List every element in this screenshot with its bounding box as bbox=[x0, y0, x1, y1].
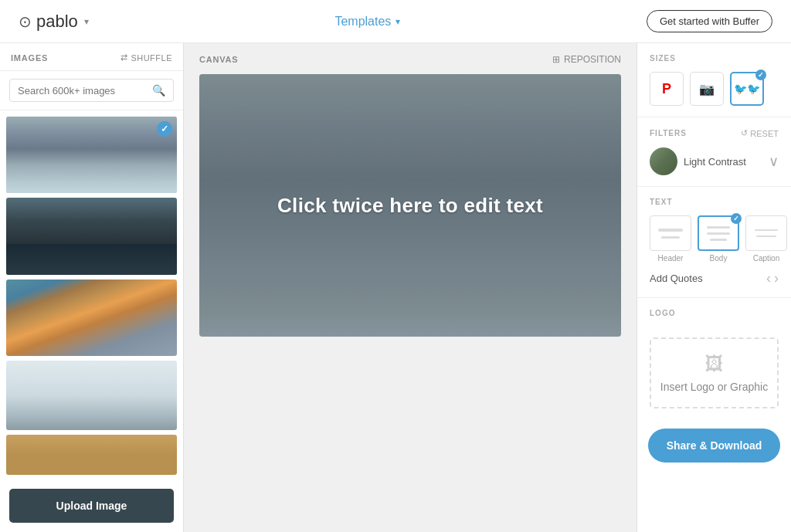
instagram-icon: 📷 bbox=[699, 82, 715, 97]
search-icon: 🔍 bbox=[152, 84, 165, 97]
filter-caret-icon[interactable]: ∨ bbox=[769, 153, 779, 170]
templates-caret-icon: ▾ bbox=[396, 16, 400, 27]
search-input[interactable] bbox=[18, 85, 152, 97]
filters-section: FILTERS ↺ RESET Light Contrast ∨ bbox=[637, 117, 791, 187]
selected-check: ✓ bbox=[157, 121, 172, 137]
center-panel: CANVAS ⊞ REPOSITION Click twice here to … bbox=[184, 43, 637, 532]
quotes-arrows: ‹ › bbox=[766, 270, 779, 286]
search-box[interactable]: 🔍 bbox=[9, 79, 174, 102]
sizes-row: P 📷 ✓ 🐦🐦 bbox=[650, 72, 779, 106]
logo-text: pablo bbox=[36, 12, 78, 32]
images-grid: ✓ bbox=[0, 110, 183, 481]
upload-button[interactable]: Upload Image bbox=[9, 489, 174, 523]
filter-row: Light Contrast ∨ bbox=[650, 147, 779, 175]
body-check: ✓ bbox=[731, 213, 742, 224]
canvas-overlay: Click twice here to edit text bbox=[199, 74, 621, 337]
logo-label: LOGO bbox=[650, 309, 779, 317]
images-panel-header: IMAGES ⇄ SHUFFLE bbox=[0, 43, 183, 71]
filter-name-text: Light Contrast bbox=[684, 156, 746, 168]
twitter-icon: 🐦🐦 bbox=[734, 83, 760, 95]
text-style-header[interactable]: Header bbox=[650, 215, 691, 263]
text-label: TEXT bbox=[650, 198, 779, 206]
images-label: IMAGES bbox=[11, 53, 48, 63]
text-style-caption[interactable]: Caption bbox=[745, 215, 787, 263]
size-twitter[interactable]: ✓ 🐦🐦 bbox=[730, 72, 764, 106]
share-download-button[interactable]: Share & Download bbox=[648, 429, 780, 463]
filter-thumbnail bbox=[650, 147, 677, 175]
caption-style-box bbox=[745, 215, 787, 251]
body-style-box: ✓ bbox=[698, 215, 739, 251]
reposition-button[interactable]: ⊞ REPOSITION bbox=[552, 54, 621, 65]
left-panel: IMAGES ⇄ SHUFFLE 🔍 ✓ Upload Image bbox=[0, 43, 184, 532]
canvas-label: CANVAS bbox=[199, 55, 238, 64]
quotes-row: Add Quotes ‹ › bbox=[650, 270, 779, 286]
quotes-prev-button[interactable]: ‹ bbox=[766, 270, 771, 286]
pinterest-icon: P bbox=[662, 81, 671, 97]
logo-placeholder-icon: 🖼 bbox=[705, 353, 724, 374]
reposition-label: REPOSITION bbox=[564, 54, 621, 65]
logo-section-wrapper: LOGO bbox=[637, 298, 791, 327]
search-area: 🔍 bbox=[0, 71, 183, 110]
shuffle-button[interactable]: ⇄ SHUFFLE bbox=[121, 53, 172, 63]
reposition-icon: ⊞ bbox=[552, 54, 560, 65]
caption-label: Caption bbox=[753, 254, 779, 263]
logo-section[interactable]: 🖼 Insert Logo or Graphic bbox=[650, 337, 779, 408]
templates-label: Templates bbox=[334, 15, 391, 29]
logo-caret-icon: ▾ bbox=[84, 16, 89, 27]
templates-button[interactable]: Templates ▾ bbox=[334, 15, 400, 29]
text-section: TEXT Header ✓ Body bbox=[637, 187, 791, 298]
logo-area: ⊙ pablo ▾ bbox=[19, 12, 89, 32]
body-label: Body bbox=[710, 254, 728, 263]
size-pinterest[interactable]: P bbox=[650, 72, 684, 106]
app-header: ⊙ pablo ▾ Templates ▾ Get started with B… bbox=[0, 0, 791, 43]
image-thumb-cliffs[interactable] bbox=[6, 198, 177, 274]
header-label: Header bbox=[658, 254, 684, 263]
image-thumb-beach[interactable] bbox=[6, 361, 177, 430]
pablo-icon: ⊙ bbox=[19, 12, 32, 31]
main-layout: IMAGES ⇄ SHUFFLE 🔍 ✓ Upload Image bbox=[0, 43, 791, 532]
image-thumb-city[interactable]: ✓ bbox=[6, 117, 177, 193]
quotes-label: Add Quotes bbox=[650, 273, 703, 284]
image-thumb-partial[interactable] bbox=[6, 435, 177, 475]
canvas-area[interactable]: Click twice here to edit text bbox=[199, 74, 621, 337]
shuffle-label: SHUFFLE bbox=[131, 53, 172, 63]
canvas-header: CANVAS ⊞ REPOSITION bbox=[199, 54, 621, 65]
filter-select[interactable]: Light Contrast bbox=[650, 147, 746, 175]
text-styles-row: Header ✓ Body Caption bbox=[650, 215, 779, 263]
right-panel: SIZES P 📷 ✓ 🐦🐦 FILTERS ↺ RESE bbox=[637, 43, 791, 532]
reset-icon: ↺ bbox=[741, 128, 748, 138]
text-style-body[interactable]: ✓ Body bbox=[698, 215, 739, 263]
quotes-next-button[interactable]: › bbox=[774, 270, 779, 286]
sizes-label: SIZES bbox=[650, 54, 779, 63]
buffer-button[interactable]: Get started with Buffer bbox=[647, 10, 772, 32]
header-style-box bbox=[650, 215, 691, 251]
selected-check: ✓ bbox=[755, 69, 766, 80]
image-thumb-village[interactable] bbox=[6, 280, 177, 356]
reset-label: RESET bbox=[750, 129, 779, 138]
reset-button[interactable]: ↺ RESET bbox=[741, 128, 779, 138]
size-instagram[interactable]: 📷 bbox=[690, 72, 724, 106]
canvas-edit-text[interactable]: Click twice here to edit text bbox=[277, 194, 543, 218]
filters-label: FILTERS bbox=[650, 129, 687, 137]
shuffle-icon: ⇄ bbox=[121, 53, 128, 63]
sizes-section: SIZES P 📷 ✓ 🐦🐦 bbox=[637, 43, 791, 117]
logo-insert-label: Insert Logo or Graphic bbox=[660, 381, 768, 393]
